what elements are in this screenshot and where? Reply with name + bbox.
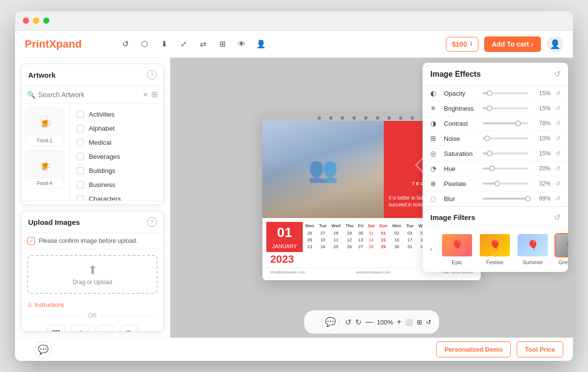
browser-titlebar xyxy=(15,11,573,31)
search-input[interactable] xyxy=(38,91,140,99)
category-alphabet[interactable]: Alphabet xyxy=(70,121,163,135)
eye-icon[interactable]: 👁 xyxy=(235,37,248,51)
blur-slider[interactable] xyxy=(483,198,528,200)
undo-icon[interactable]: ↺ xyxy=(118,37,132,51)
canvas-grid-icon[interactable]: ⊞ xyxy=(417,319,422,326)
category-characters[interactable]: Characters xyxy=(70,192,163,201)
effect-row-opacity: ◐ Opacity 15% ↺ xyxy=(423,86,568,101)
brightness-reset-icon[interactable]: ↺ xyxy=(555,105,560,112)
facebook-icon[interactable]: f xyxy=(71,325,90,332)
effects-refresh-icon[interactable]: ↺ xyxy=(554,69,560,79)
category-checkbox-buildings[interactable] xyxy=(77,167,84,174)
artwork-thumb-1[interactable]: 🍺 Food-1 xyxy=(25,107,64,146)
minimize-button[interactable] xyxy=(33,17,39,24)
upload-icon: ⬆ xyxy=(88,263,98,277)
close-button[interactable] xyxy=(23,17,29,24)
info-icon: ℹ xyxy=(470,41,472,47)
spiral-dot xyxy=(317,116,321,120)
category-business[interactable]: Business xyxy=(70,178,163,192)
brightness-slider[interactable] xyxy=(483,107,528,109)
category-buildings[interactable]: Buildings xyxy=(70,164,163,178)
maximize-button[interactable] xyxy=(43,17,49,24)
pixelate-icon: ⊗ xyxy=(430,180,439,187)
filter-festive[interactable]: 🎈 Festive xyxy=(477,231,513,267)
gallery-icon[interactable]: 🖼 xyxy=(47,325,65,332)
add-to-cart-button[interactable]: Add To cart › xyxy=(484,36,541,52)
canvas-layout-icon[interactable]: ⬜ xyxy=(405,319,413,326)
instructions-link[interactable]: ⚠ Instructions xyxy=(21,300,163,310)
shape-icon[interactable]: ⬡ xyxy=(138,37,151,51)
filter-summer[interactable]: 🎈 Summer xyxy=(515,231,551,267)
category-activities[interactable]: Activities xyxy=(70,107,163,121)
pinterest-icon[interactable]: P xyxy=(120,325,138,332)
noise-icon: ⊞ xyxy=(430,135,439,142)
filter-icon[interactable]: ⊞ xyxy=(151,90,158,99)
opacity-slider[interactable] xyxy=(483,92,528,94)
category-checkbox-medical[interactable] xyxy=(77,139,84,146)
hue-value: 20% xyxy=(533,165,551,172)
pixelate-reset-icon[interactable]: ↺ xyxy=(555,180,560,187)
filters-prev-icon[interactable]: ‹ xyxy=(425,243,437,255)
share-icon[interactable]: ⇄ xyxy=(196,37,210,51)
category-checkbox-alphabet[interactable] xyxy=(77,125,84,132)
category-checkbox-characters[interactable] xyxy=(77,195,84,201)
blur-value: 99% xyxy=(533,195,551,202)
upload-help-icon[interactable]: ? xyxy=(147,217,157,227)
download-icon[interactable]: ⬇ xyxy=(157,37,171,51)
effect-row-brightness: ✳ Brightness 15% ↺ xyxy=(423,101,568,116)
category-checkbox-business[interactable] xyxy=(77,181,84,188)
category-checkbox-activities[interactable] xyxy=(77,111,84,118)
hue-slider[interactable] xyxy=(483,168,528,169)
canvas-refresh-icon[interactable]: ↺ xyxy=(426,319,431,326)
pixelate-slider[interactable] xyxy=(483,183,528,185)
contrast-slider[interactable] xyxy=(483,122,528,124)
filters-refresh-icon[interactable]: ↺ xyxy=(554,213,560,222)
artwork-thumb-2[interactable]: 🍺 Food-4 xyxy=(25,150,64,189)
grid-icon[interactable]: ⊞ xyxy=(215,37,229,51)
filter-epic[interactable]: 🎈 Epic xyxy=(439,231,475,267)
expand-icon[interactable]: ⤢ xyxy=(177,37,190,51)
hue-reset-icon[interactable]: ↺ xyxy=(555,165,560,172)
filter-img-festive: 🎈 xyxy=(480,234,510,256)
saturation-reset-icon[interactable]: ↺ xyxy=(555,150,560,157)
filters-row: ‹ 🎈 Epic 🎈 Festive xyxy=(423,226,568,272)
filter-actions: Reset Apply xyxy=(21,201,163,205)
brightness-value: 15% xyxy=(533,105,551,112)
category-checkbox-beverages[interactable] xyxy=(77,153,84,160)
category-label-alphabet: Alphabet xyxy=(89,125,114,132)
upload-dropzone[interactable]: ⬆ Drag or Upload xyxy=(27,255,158,294)
noise-reset-icon[interactable]: ↺ xyxy=(555,135,560,142)
instagram-icon[interactable]: 📷 xyxy=(96,325,114,332)
zoom-value: 100% xyxy=(377,319,393,326)
people-icon[interactable]: 👤 xyxy=(254,37,268,51)
footer-website: www.techwave.com xyxy=(357,270,391,274)
opacity-reset-icon[interactable]: ↺ xyxy=(555,90,560,97)
search-clear-icon[interactable]: ✕ xyxy=(143,91,148,99)
blur-reset-icon[interactable]: ↺ xyxy=(555,195,560,202)
upload-panel-header: Upload Images ? xyxy=(21,211,163,233)
chat-button[interactable]: 💬 xyxy=(34,341,52,358)
tool-price-button[interactable]: Tool Price xyxy=(517,341,563,357)
category-medical[interactable]: Medical xyxy=(70,135,163,150)
bottom-bar: 💬 Personalized Demo Tool Price xyxy=(15,338,573,361)
zoom-plus-icon[interactable]: + xyxy=(397,318,401,326)
saturation-slider[interactable] xyxy=(483,152,528,154)
user-avatar[interactable]: 👤 xyxy=(547,36,563,52)
artwork-help-icon[interactable]: ? xyxy=(147,70,157,80)
confirm-row: ✓ Please confirm image before upload. xyxy=(21,233,163,249)
effect-row-blur: ◌ Blur 99% ↺ xyxy=(423,191,568,206)
category-label-business: Business xyxy=(89,181,115,188)
category-beverages[interactable]: Beverages xyxy=(70,150,163,164)
chat-bubble[interactable]: 💬 xyxy=(322,313,339,331)
filter-label-greyscale: Greyscale xyxy=(558,259,568,265)
filter-greyscale[interactable]: 🎈 Greyscale xyxy=(553,231,568,267)
redo-canvas-icon[interactable]: ↻ xyxy=(355,318,361,327)
personalized-demo-button[interactable]: Personalized Demo xyxy=(436,341,511,357)
confirm-checkbox[interactable]: ✓ xyxy=(27,237,35,245)
artwork-title: Artwork xyxy=(28,71,56,79)
zoom-minus-icon[interactable]: — xyxy=(365,318,373,326)
noise-slider[interactable] xyxy=(483,137,528,139)
noise-value: 10% xyxy=(533,135,551,142)
contrast-reset-icon[interactable]: ↺ xyxy=(555,120,560,127)
undo-canvas-icon[interactable]: ↺ xyxy=(345,318,351,327)
